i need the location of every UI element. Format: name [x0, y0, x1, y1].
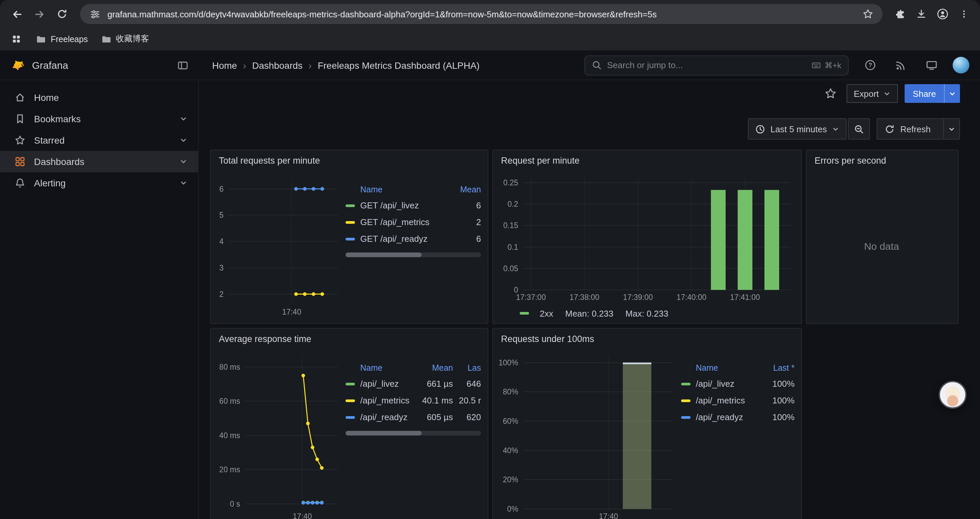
series-name[interactable]: /api/_readyz	[360, 412, 414, 422]
chevron-down-icon[interactable]	[180, 158, 188, 166]
legend-col-mean[interactable]: Mean	[446, 185, 481, 194]
series-name[interactable]: /api/_metrics	[360, 395, 414, 406]
legend-table: Name Mean GET /api/_livez 6	[345, 172, 481, 321]
assistant-avatar-button[interactable]	[939, 381, 967, 409]
legend-row[interactable]: /api/_readyz 100%	[681, 409, 795, 425]
sidebar-item-starred[interactable]: Starred	[0, 129, 198, 151]
legend-scrollbar[interactable]	[345, 252, 481, 257]
legend-series[interactable]: 2xx	[520, 308, 553, 318]
series-color-swatch	[681, 399, 690, 402]
reload-icon	[57, 9, 67, 19]
svg-text:0.2: 0.2	[508, 200, 519, 208]
series-name[interactable]: GET /api/_livez	[360, 200, 446, 211]
series-last: 646	[453, 379, 481, 389]
sidebar-item-alerting[interactable]: Alerting	[0, 172, 198, 194]
series-color-swatch	[345, 416, 355, 418]
refresh-icon	[885, 124, 895, 134]
reload-button[interactable]	[52, 4, 72, 24]
profile-icon[interactable]	[933, 5, 952, 23]
series-name[interactable]: GET /api/_readyz	[360, 234, 446, 244]
svg-text:17:40: 17:40	[282, 308, 302, 316]
forward-button[interactable]	[29, 4, 49, 24]
back-button[interactable]	[7, 4, 27, 24]
bookmark-star-icon[interactable]	[861, 5, 875, 23]
panel-title[interactable]: Requests under 100ms	[493, 329, 801, 350]
chevron-down-icon[interactable]	[180, 136, 188, 144]
legend-row[interactable]: GET /api/_livez 6	[345, 197, 481, 214]
downloads-icon[interactable]	[912, 5, 931, 23]
legend-col-name[interactable]: Name	[345, 363, 414, 373]
sidebar-toggle-icon[interactable]	[177, 60, 188, 70]
timeseries-plot[interactable]: 80 ms60 ms40 ms20 ms0 s17:40	[216, 350, 342, 519]
legend-row[interactable]: /api/_readyz 605 µs 620	[345, 409, 481, 425]
grafana-logo[interactable]	[11, 58, 25, 72]
help-icon[interactable]: ?	[861, 56, 879, 75]
panel-title[interactable]: Average response time	[211, 329, 488, 350]
series-name[interactable]: GET /api/_metrics	[360, 217, 446, 227]
series-name[interactable]: /api/_metrics	[696, 395, 760, 406]
bookmark-label: Freeleaps	[51, 34, 88, 44]
legend-inline: 2xx Mean: 0.233 Max: 0.233	[498, 306, 795, 321]
svg-text:60 ms: 60 ms	[219, 397, 240, 406]
legend-row[interactable]: /api/_livez 100%	[681, 375, 795, 392]
legend-row[interactable]: /api/_metrics 40.1 ms 20.5 r	[345, 392, 481, 409]
series-name[interactable]: /api/_readyz	[696, 412, 760, 422]
time-range-picker[interactable]: Last 5 minutes	[748, 118, 847, 140]
chevron-down-icon[interactable]	[180, 179, 188, 187]
panel-title[interactable]: Total requests per minute	[211, 150, 488, 172]
chevron-down-icon	[884, 90, 891, 97]
scrollbar-thumb[interactable]	[345, 431, 421, 436]
bookmark-folder-blogs[interactable]: 收藏博客	[101, 34, 149, 45]
scrollbar-thumb[interactable]	[345, 252, 421, 257]
chevron-down-icon[interactable]	[180, 115, 188, 123]
share-button[interactable]: Share	[905, 84, 960, 103]
bookmark-folder-freeleaps[interactable]: Freeleaps	[36, 34, 88, 44]
zoom-out-icon	[854, 124, 864, 134]
series-color-swatch	[345, 204, 355, 207]
svg-text:80 ms: 80 ms	[219, 363, 240, 371]
zoom-out-button[interactable]	[848, 118, 870, 140]
user-avatar[interactable]	[953, 57, 969, 73]
series-name[interactable]: 2xx	[540, 308, 553, 318]
news-rss-icon[interactable]	[891, 56, 910, 75]
legend-col-name[interactable]: Name	[681, 363, 760, 373]
legend-col-last[interactable]: Las	[453, 363, 481, 373]
breadcrumb-dashboards[interactable]: Dashboards	[252, 60, 302, 70]
sidebar-item-home[interactable]: Home	[0, 87, 198, 108]
legend-row[interactable]: /api/_metrics 100%	[681, 392, 795, 409]
share-options-caret[interactable]	[944, 84, 960, 103]
series-last: 620	[453, 412, 481, 422]
search-box[interactable]: ⌘+k	[584, 55, 849, 75]
bar-chart-plot[interactable]: 0.250.20.150.10.05017:37:0017:38:0017:39…	[498, 172, 795, 306]
site-settings-icon[interactable]	[88, 5, 102, 23]
extensions-icon[interactable]	[891, 5, 909, 23]
favorite-star-icon[interactable]	[821, 84, 840, 103]
timeseries-plot[interactable]: 6543217:40	[216, 172, 342, 321]
refresh-button[interactable]: Refresh	[877, 118, 960, 140]
sidebar-item-bookmarks[interactable]: Bookmarks	[0, 108, 198, 129]
panel-title[interactable]: Request per minute	[493, 150, 801, 172]
url-input[interactable]	[107, 9, 855, 19]
series-name[interactable]: /api/_livez	[696, 379, 760, 389]
breadcrumb-home[interactable]: Home	[212, 60, 237, 70]
legend-row[interactable]: GET /api/_metrics 2	[345, 214, 481, 230]
tv-mode-icon[interactable]	[922, 56, 941, 75]
legend-col-last[interactable]: Last *	[760, 363, 795, 373]
series-name[interactable]: /api/_livez	[360, 379, 414, 389]
search-input[interactable]	[607, 60, 806, 70]
sidebar-item-dashboards[interactable]: Dashboards	[0, 151, 198, 172]
export-button[interactable]: Export	[846, 84, 898, 103]
legend-row[interactable]: GET /api/_readyz 6	[345, 230, 481, 247]
bar-chart-plot[interactable]: 100%80%60%40%20%0%17:40	[498, 350, 677, 519]
address-bar[interactable]	[80, 4, 883, 24]
legend-col-name[interactable]: Name	[345, 185, 446, 194]
refresh-main[interactable]: Refresh	[878, 119, 938, 139]
refresh-interval-caret[interactable]	[943, 119, 959, 139]
legend-col-mean[interactable]: Mean	[414, 363, 453, 373]
brand-area: Grafana	[0, 58, 199, 72]
panel-title[interactable]: Errors per second	[807, 150, 958, 172]
apps-grid-shortcut-icon[interactable]	[10, 30, 23, 48]
legend-row[interactable]: /api/_livez 661 µs 646	[345, 375, 481, 392]
legend-scrollbar[interactable]	[345, 431, 481, 436]
browser-menu-icon[interactable]	[955, 5, 973, 23]
